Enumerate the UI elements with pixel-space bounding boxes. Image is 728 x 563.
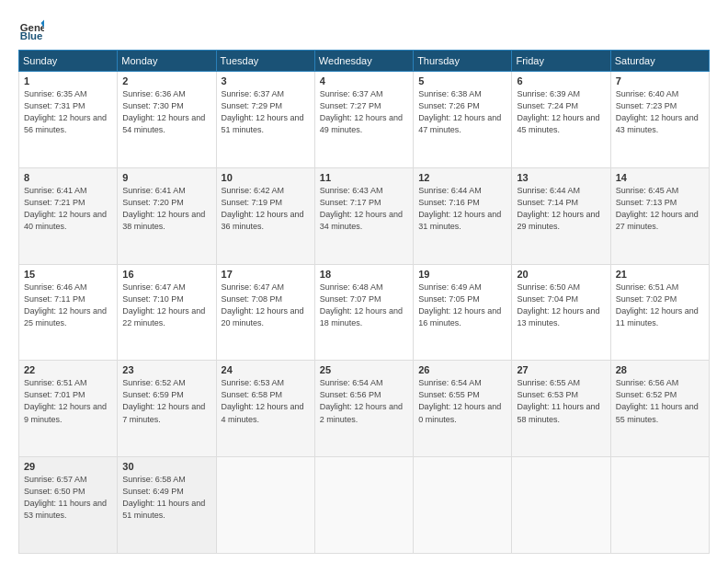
day-info: Sunrise: 6:37 AM Sunset: 7:29 PM Dayligh… <box>222 88 310 136</box>
week-row-2: 8 Sunrise: 6:41 AM Sunset: 7:21 PM Dayli… <box>19 167 710 264</box>
day-cell: 8 Sunrise: 6:41 AM Sunset: 7:21 PM Dayli… <box>19 167 118 264</box>
calendar-table: SundayMondayTuesdayWednesdayThursdayFrid… <box>18 50 710 554</box>
day-info: Sunrise: 6:49 AM Sunset: 7:05 PM Dayligh… <box>418 282 506 329</box>
day-cell: 29 Sunrise: 6:57 AM Sunset: 6:50 PM Dayl… <box>19 457 118 554</box>
day-info: Sunrise: 6:42 AM Sunset: 7:19 PM Dayligh… <box>222 185 310 233</box>
day-cell: 20 Sunrise: 6:50 AM Sunset: 7:04 PM Dayl… <box>512 264 610 361</box>
day-number: 14 <box>616 172 704 183</box>
column-header-tuesday: Tuesday <box>216 51 314 72</box>
day-number: 6 <box>517 75 605 86</box>
day-info: Sunrise: 6:38 AM Sunset: 7:26 PM Dayligh… <box>418 88 506 136</box>
day-cell: 24 Sunrise: 6:53 AM Sunset: 6:58 PM Dayl… <box>216 361 314 457</box>
day-number: 10 <box>222 172 310 183</box>
day-info: Sunrise: 6:45 AM Sunset: 7:13 PM Dayligh… <box>616 185 704 233</box>
day-number: 23 <box>122 364 210 375</box>
day-cell: 26 Sunrise: 6:54 AM Sunset: 6:55 PM Dayl… <box>414 361 512 457</box>
day-cell: 21 Sunrise: 6:51 AM Sunset: 7:02 PM Dayl… <box>610 264 709 361</box>
day-cell: 3 Sunrise: 6:37 AM Sunset: 7:29 PM Dayli… <box>216 72 314 168</box>
day-cell: 23 Sunrise: 6:52 AM Sunset: 6:59 PM Dayl… <box>118 361 216 457</box>
calendar-page: General Blue SundayMondayTuesdayWednesda… <box>0 0 728 563</box>
day-number: 4 <box>320 75 408 86</box>
day-cell: 10 Sunrise: 6:42 AM Sunset: 7:19 PM Dayl… <box>216 167 314 264</box>
day-cell <box>414 457 512 554</box>
day-number: 3 <box>222 75 310 86</box>
day-info: Sunrise: 6:35 AM Sunset: 7:31 PM Dayligh… <box>24 88 112 136</box>
day-number: 1 <box>24 75 112 86</box>
day-number: 17 <box>222 269 310 280</box>
week-row-3: 15 Sunrise: 6:46 AM Sunset: 7:11 PM Dayl… <box>19 264 710 361</box>
day-number: 8 <box>24 172 112 183</box>
day-info: Sunrise: 6:47 AM Sunset: 7:10 PM Dayligh… <box>122 282 210 329</box>
day-info: Sunrise: 6:54 AM Sunset: 6:56 PM Dayligh… <box>320 377 408 425</box>
day-cell: 1 Sunrise: 6:35 AM Sunset: 7:31 PM Dayli… <box>19 72 118 168</box>
day-info: Sunrise: 6:54 AM Sunset: 6:55 PM Dayligh… <box>418 377 506 425</box>
day-number: 16 <box>122 269 210 280</box>
day-cell <box>610 457 709 554</box>
column-header-thursday: Thursday <box>414 51 512 72</box>
day-info: Sunrise: 6:57 AM Sunset: 6:50 PM Dayligh… <box>24 474 112 522</box>
day-info: Sunrise: 6:44 AM Sunset: 7:16 PM Dayligh… <box>418 185 506 233</box>
column-header-sunday: Sunday <box>19 51 118 72</box>
day-info: Sunrise: 6:51 AM Sunset: 7:01 PM Dayligh… <box>24 377 112 425</box>
day-number: 18 <box>320 269 408 280</box>
day-cell: 5 Sunrise: 6:38 AM Sunset: 7:26 PM Dayli… <box>414 72 512 168</box>
day-info: Sunrise: 6:44 AM Sunset: 7:14 PM Dayligh… <box>517 185 605 233</box>
header-row: SundayMondayTuesdayWednesdayThursdayFrid… <box>19 51 710 72</box>
day-number: 12 <box>418 172 506 183</box>
day-cell: 28 Sunrise: 6:56 AM Sunset: 6:52 PM Dayl… <box>610 361 709 457</box>
day-info: Sunrise: 6:52 AM Sunset: 6:59 PM Dayligh… <box>122 377 210 425</box>
day-number: 21 <box>616 269 704 280</box>
column-header-friday: Friday <box>512 51 610 72</box>
day-cell: 17 Sunrise: 6:47 AM Sunset: 7:08 PM Dayl… <box>216 264 314 361</box>
day-cell <box>314 457 413 554</box>
day-number: 5 <box>418 75 506 86</box>
day-info: Sunrise: 6:51 AM Sunset: 7:02 PM Dayligh… <box>616 282 704 329</box>
day-cell: 4 Sunrise: 6:37 AM Sunset: 7:27 PM Dayli… <box>314 72 413 168</box>
day-info: Sunrise: 6:47 AM Sunset: 7:08 PM Dayligh… <box>222 282 310 329</box>
day-info: Sunrise: 6:37 AM Sunset: 7:27 PM Dayligh… <box>320 88 408 136</box>
day-info: Sunrise: 6:56 AM Sunset: 6:52 PM Dayligh… <box>616 377 704 425</box>
svg-text:Blue: Blue <box>20 30 43 41</box>
week-row-5: 29 Sunrise: 6:57 AM Sunset: 6:50 PM Dayl… <box>19 457 710 554</box>
day-info: Sunrise: 6:46 AM Sunset: 7:11 PM Dayligh… <box>24 282 112 329</box>
day-info: Sunrise: 6:41 AM Sunset: 7:21 PM Dayligh… <box>24 185 112 233</box>
day-number: 11 <box>320 172 408 183</box>
day-number: 2 <box>122 75 210 86</box>
day-info: Sunrise: 6:55 AM Sunset: 6:53 PM Dayligh… <box>517 377 605 425</box>
day-number: 30 <box>122 461 210 472</box>
day-number: 13 <box>517 172 605 183</box>
day-cell: 6 Sunrise: 6:39 AM Sunset: 7:24 PM Dayli… <box>512 72 610 168</box>
day-cell <box>512 457 610 554</box>
day-cell <box>216 457 314 554</box>
day-info: Sunrise: 6:50 AM Sunset: 7:04 PM Dayligh… <box>517 282 605 329</box>
day-cell: 19 Sunrise: 6:49 AM Sunset: 7:05 PM Dayl… <box>414 264 512 361</box>
day-cell: 9 Sunrise: 6:41 AM Sunset: 7:20 PM Dayli… <box>118 167 216 264</box>
header: General Blue <box>18 17 710 42</box>
week-row-1: 1 Sunrise: 6:35 AM Sunset: 7:31 PM Dayli… <box>19 72 710 168</box>
column-header-saturday: Saturday <box>610 51 709 72</box>
column-header-wednesday: Wednesday <box>314 51 413 72</box>
day-cell: 7 Sunrise: 6:40 AM Sunset: 7:23 PM Dayli… <box>610 72 709 168</box>
logo: General Blue <box>18 17 48 42</box>
day-number: 15 <box>24 269 112 280</box>
day-number: 29 <box>24 461 112 472</box>
week-row-4: 22 Sunrise: 6:51 AM Sunset: 7:01 PM Dayl… <box>19 361 710 457</box>
day-info: Sunrise: 6:41 AM Sunset: 7:20 PM Dayligh… <box>122 185 210 233</box>
day-number: 22 <box>24 364 112 375</box>
day-number: 20 <box>517 269 605 280</box>
day-number: 9 <box>122 172 210 183</box>
day-cell: 12 Sunrise: 6:44 AM Sunset: 7:16 PM Dayl… <box>414 167 512 264</box>
day-number: 25 <box>320 364 408 375</box>
day-number: 24 <box>222 364 310 375</box>
day-info: Sunrise: 6:58 AM Sunset: 6:49 PM Dayligh… <box>122 474 210 522</box>
day-info: Sunrise: 6:39 AM Sunset: 7:24 PM Dayligh… <box>517 88 605 136</box>
day-info: Sunrise: 6:40 AM Sunset: 7:23 PM Dayligh… <box>616 88 704 136</box>
day-cell: 15 Sunrise: 6:46 AM Sunset: 7:11 PM Dayl… <box>19 264 118 361</box>
day-number: 26 <box>418 364 506 375</box>
day-info: Sunrise: 6:53 AM Sunset: 6:58 PM Dayligh… <box>222 377 310 425</box>
day-cell: 30 Sunrise: 6:58 AM Sunset: 6:49 PM Dayl… <box>118 457 216 554</box>
day-info: Sunrise: 6:43 AM Sunset: 7:17 PM Dayligh… <box>320 185 408 233</box>
day-number: 19 <box>418 269 506 280</box>
day-info: Sunrise: 6:48 AM Sunset: 7:07 PM Dayligh… <box>320 282 408 329</box>
day-cell: 2 Sunrise: 6:36 AM Sunset: 7:30 PM Dayli… <box>118 72 216 168</box>
